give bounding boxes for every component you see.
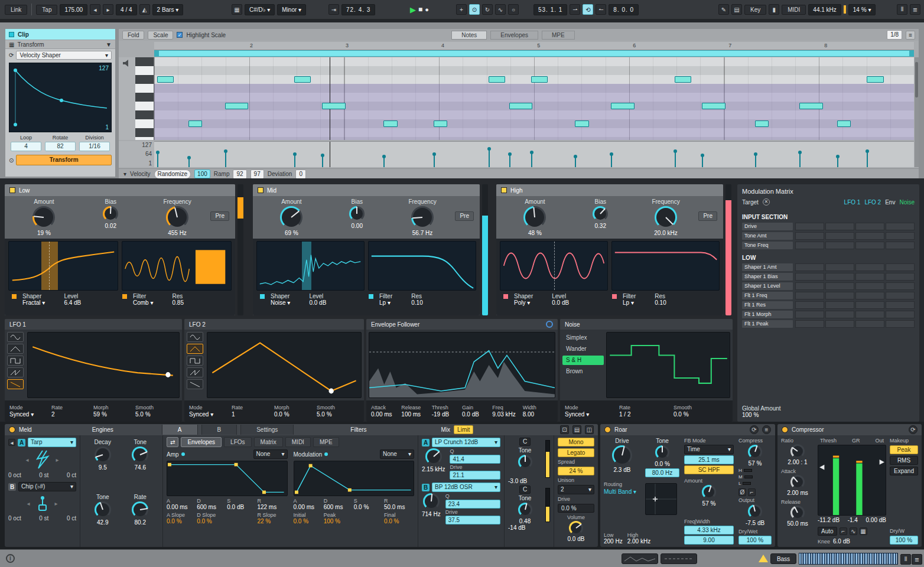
matrix-row-label[interactable]: Flt 1 Morph bbox=[742, 311, 793, 318]
nudge-down-button[interactable]: ◂ bbox=[90, 4, 100, 15]
matrix-row-label[interactable]: Tone Freq bbox=[742, 242, 793, 249]
matrix-tab-noise[interactable]: Noise bbox=[899, 199, 915, 206]
amount-knob[interactable] bbox=[32, 206, 55, 229]
collapsed-view-icon[interactable]: ▦ bbox=[860, 527, 867, 535]
mod-initial-value[interactable]: 0.0 % bbox=[294, 518, 324, 524]
solo-band-icon[interactable]: ⌐ bbox=[748, 488, 756, 496]
release-knob[interactable] bbox=[790, 506, 805, 520]
matrix-cell[interactable] bbox=[886, 263, 915, 271]
matrix-cell[interactable] bbox=[825, 301, 854, 309]
rotate-value[interactable]: 82 bbox=[45, 142, 76, 151]
filter-type-select[interactable]: Lp ▾ bbox=[623, 299, 636, 306]
band-enable-checkbox[interactable] bbox=[9, 187, 15, 193]
matrix-cell[interactable] bbox=[825, 320, 854, 328]
quantize-menu[interactable]: 2 Bars ▾ bbox=[152, 4, 184, 15]
tab-envelopes[interactable]: Envelopes bbox=[490, 31, 538, 40]
bias-knob[interactable] bbox=[349, 206, 365, 221]
filter-b-c-button[interactable]: C bbox=[519, 485, 531, 494]
mod-final-value[interactable]: 0.0 % bbox=[384, 518, 414, 524]
matrix-cell[interactable] bbox=[855, 263, 884, 271]
band-enable-checkbox[interactable] bbox=[258, 187, 263, 193]
filter-b-q-value[interactable]: 23.4 bbox=[445, 500, 500, 509]
transform-tool-select[interactable]: Velocity Shaper▾ bbox=[16, 51, 112, 60]
engine-prev-arrow[interactable]: ◂ bbox=[27, 500, 30, 507]
filter-type-select[interactable]: Lp ▾ bbox=[379, 299, 392, 306]
matrix-cell[interactable] bbox=[886, 282, 915, 290]
midi-note[interactable] bbox=[799, 103, 823, 109]
clip-panel-header[interactable]: Clip bbox=[5, 29, 115, 40]
nudge-up-button[interactable]: ▸ bbox=[103, 4, 113, 15]
mod-a-value[interactable]: 0.00 ms bbox=[294, 504, 324, 510]
matrix-row-label[interactable]: Flt 1 Freq bbox=[742, 292, 793, 299]
filter-a-freq-knob[interactable] bbox=[425, 448, 442, 465]
session-record-button[interactable]: ○ bbox=[508, 4, 519, 15]
matrix-cell[interactable] bbox=[825, 263, 854, 271]
velocity-marker[interactable] bbox=[509, 155, 510, 168]
volume-knob[interactable] bbox=[569, 521, 583, 535]
matrix-cell[interactable] bbox=[886, 292, 915, 299]
osc-a-oct[interactable]: 0 oct bbox=[8, 472, 21, 478]
shaper-type-select[interactable]: Poly ▾ bbox=[514, 299, 533, 306]
matrix-cell[interactable] bbox=[795, 223, 824, 230]
osc-b-ct[interactable]: 0 ct bbox=[67, 515, 76, 522]
frequency-knob[interactable] bbox=[655, 206, 677, 229]
roar-amount-value[interactable]: 57 % bbox=[684, 500, 734, 507]
global-amount-value[interactable]: 100 % bbox=[742, 412, 915, 418]
amp-d-value[interactable]: 600 ms bbox=[197, 504, 227, 510]
matrix-cell[interactable] bbox=[795, 282, 824, 290]
midi-note[interactable] bbox=[322, 103, 346, 109]
midi-note[interactable] bbox=[489, 76, 505, 83]
velocity-marker[interactable] bbox=[322, 156, 323, 167]
punch-in-button[interactable]: ⇀ bbox=[570, 4, 580, 15]
comp-drywet-value[interactable]: 100 % bbox=[890, 536, 918, 545]
randomize-amount[interactable]: 100 bbox=[194, 170, 210, 178]
smooth-value[interactable]: 5.0 % bbox=[317, 411, 359, 418]
swap-icon[interactable]: ⇄ bbox=[167, 437, 178, 447]
matrix-cell[interactable] bbox=[825, 273, 854, 281]
osc-a-st[interactable]: 0 st bbox=[39, 472, 48, 478]
preview-speaker-icon[interactable] bbox=[122, 60, 132, 67]
amp-envelope-display[interactable] bbox=[167, 461, 288, 496]
editor-scrollbar[interactable] bbox=[915, 57, 919, 167]
lane-collapse-icon[interactable]: ▾ bbox=[123, 171, 126, 177]
sine-wave-icon[interactable] bbox=[7, 332, 24, 342]
tab-a[interactable]: A bbox=[162, 425, 198, 435]
width-value[interactable]: 9.00 bbox=[684, 536, 734, 545]
matrix-cell[interactable] bbox=[795, 232, 824, 240]
midi-note[interactable] bbox=[575, 120, 588, 127]
osc-b-oct[interactable]: 0 oct bbox=[8, 515, 21, 522]
velocity-marker[interactable] bbox=[434, 155, 435, 168]
lfo1-display[interactable] bbox=[27, 332, 180, 398]
roar-drive-knob[interactable] bbox=[612, 445, 632, 465]
clip-loop-bar[interactable] bbox=[154, 50, 914, 57]
amp-r-value[interactable]: 122 ms bbox=[257, 504, 287, 510]
frequency-value[interactable]: 455 Hz bbox=[168, 230, 187, 236]
follow-button[interactable]: ⇥ bbox=[328, 4, 339, 15]
matrix-cell[interactable] bbox=[795, 301, 824, 309]
tab-notes[interactable]: Notes bbox=[451, 31, 487, 40]
velocity-marker[interactable] bbox=[611, 155, 612, 168]
midi-note[interactable] bbox=[383, 120, 397, 127]
listen-icon[interactable] bbox=[546, 321, 553, 328]
gain-value[interactable]: 0.0 dB bbox=[462, 411, 492, 418]
loop-button[interactable]: ⟲ bbox=[583, 4, 593, 15]
overview-toggle-icon[interactable]: ≣ bbox=[910, 4, 920, 15]
stop-button[interactable]: ■ bbox=[418, 5, 422, 14]
matrix-cell[interactable] bbox=[886, 301, 915, 309]
matrix-cell[interactable] bbox=[886, 311, 915, 318]
mini-display-2[interactable] bbox=[661, 553, 697, 564]
routing-select[interactable]: Multi Band ▾ bbox=[604, 488, 640, 495]
velocity-marker[interactable] bbox=[157, 153, 158, 167]
band-l[interactable]: L bbox=[738, 481, 741, 486]
output-value[interactable]: -7.5 dB bbox=[738, 520, 772, 526]
unison-select[interactable]: 2▾ bbox=[558, 485, 594, 494]
device-on-toggle[interactable] bbox=[604, 426, 611, 433]
matrix-cell[interactable] bbox=[795, 311, 824, 318]
midi-note[interactable] bbox=[755, 120, 769, 127]
playhead[interactable] bbox=[330, 57, 330, 140]
tempo-field[interactable]: 175.00 bbox=[60, 4, 87, 15]
loop-start-field[interactable]: 53. 1. 1 bbox=[533, 4, 567, 15]
tab-settings[interactable]: Settings bbox=[240, 425, 294, 435]
roar-xy-pad[interactable] bbox=[645, 483, 677, 515]
amount-knob[interactable] bbox=[523, 206, 546, 229]
